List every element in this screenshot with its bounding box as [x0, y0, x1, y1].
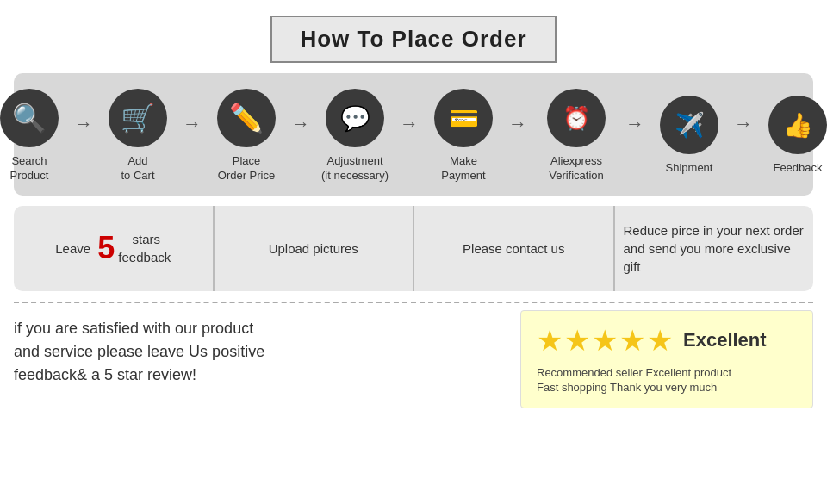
stars-number: 5 — [97, 233, 115, 264]
upload-text: Upload pictures — [269, 240, 358, 258]
chat-icon: 💬 — [326, 89, 384, 147]
arrow-4: → — [400, 113, 419, 159]
arrow-6: → — [625, 113, 644, 159]
cart-icon: 🛒 — [109, 89, 167, 147]
step-make-payment: 💳 MakePayment — [420, 89, 507, 184]
contact-text: Please contact us — [463, 240, 564, 258]
clock-icon: ⏰ — [547, 89, 606, 147]
thumbsup-icon: 👍 — [768, 96, 827, 154]
page-title: How To Place Order — [270, 16, 556, 63]
review-line-1: Recommended seller Excellent product — [537, 366, 797, 379]
excellent-label: Excellent — [683, 329, 767, 352]
step-label-payment: MakePayment — [441, 154, 485, 184]
arrow-5: → — [508, 113, 527, 159]
stars-label: starsfeedback — [118, 230, 171, 266]
satisfaction-text: if you are satisfied with our productand… — [14, 320, 264, 383]
step-search-product: 🔍 SearchProduct — [0, 89, 72, 184]
benefit-contact: Please contact us — [414, 206, 615, 291]
review-box: ★★★★★ Excellent Recommended seller Excel… — [520, 310, 813, 408]
bottom-left-text: if you are satisfied with our productand… — [14, 310, 507, 394]
step-adjustment: 💬 Adjustment(it necessary) — [312, 89, 398, 184]
step-shipment: ✈️ Shipment — [646, 96, 732, 176]
step-place-order: ✏️ PlaceOrder Price — [203, 89, 289, 184]
arrow-2: → — [183, 113, 202, 159]
steps-row: 🔍 SearchProduct → 🛒 Addto Cart → ✏️ Plac… — [0, 89, 827, 184]
title-section: How To Place Order — [0, 0, 827, 73]
steps-section: 🔍 SearchProduct → 🛒 Addto Cart → ✏️ Plac… — [14, 73, 813, 196]
benefits-section: Leave 5 starsfeedback Upload pictures Pl… — [14, 206, 813, 291]
bottom-section: if you are satisfied with our productand… — [14, 302, 813, 408]
step-feedback: 👍 Feedback — [755, 96, 827, 176]
arrow-3: → — [291, 113, 310, 159]
payment-icon: 💳 — [434, 89, 493, 147]
step-label-order: PlaceOrder Price — [218, 154, 275, 184]
benefit-discount: Reduce pirce in your next orderand send … — [615, 206, 814, 291]
step-add-to-cart: 🛒 Addto Cart — [95, 89, 181, 184]
step-label-search: SearchProduct — [10, 154, 49, 184]
leave-text: Leave — [55, 240, 94, 258]
step-label-feedback: Feedback — [773, 161, 822, 176]
step-label-verification: AliexpressVerification — [549, 154, 604, 184]
discount-text: Reduce pirce in your next orderand send … — [624, 221, 805, 276]
step-verification: ⏰ AliexpressVerification — [529, 89, 624, 184]
benefit-stars: Leave 5 starsfeedback — [14, 206, 215, 291]
edit-icon: ✏️ — [217, 89, 276, 147]
step-label-cart: Addto Cart — [121, 154, 154, 184]
arrow-7: → — [734, 113, 753, 159]
review-line-2: Fast shopping Thank you very much — [537, 381, 797, 394]
search-icon: 🔍 — [0, 89, 59, 147]
step-label-shipment: Shipment — [666, 161, 713, 176]
arrow-1: → — [74, 113, 93, 159]
benefit-pictures: Upload pictures — [215, 206, 415, 291]
star-icons: ★★★★★ — [537, 323, 675, 358]
step-label-adjustment: Adjustment(it necessary) — [321, 154, 389, 184]
stars-row: ★★★★★ Excellent — [537, 323, 797, 358]
plane-icon: ✈️ — [660, 96, 718, 154]
